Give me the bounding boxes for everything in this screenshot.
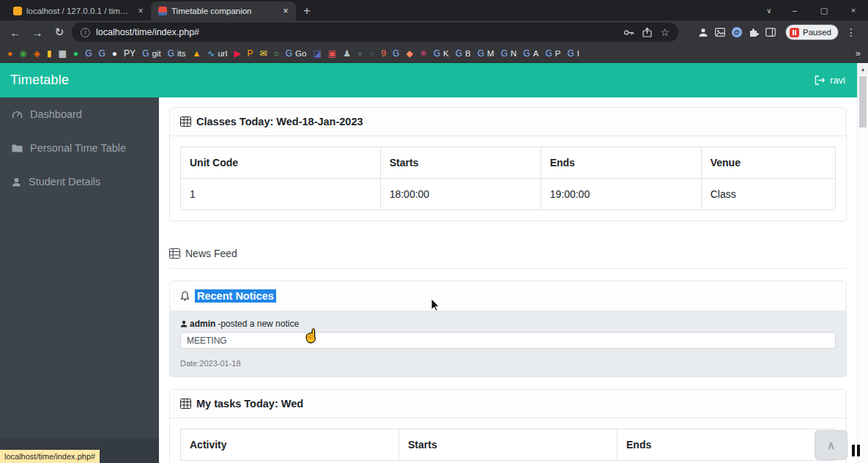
bookmark-item[interactable]: ● [73, 49, 78, 58]
news-feed-label: News Feed [185, 248, 237, 259]
bookmark-star-icon[interactable]: ☆ [660, 27, 669, 37]
bookmark-favicon: G [85, 49, 92, 58]
bookmarks-overflow-icon[interactable]: » [851, 48, 861, 59]
bookmark-favicon: G [523, 49, 530, 58]
news-feed-icon [169, 248, 180, 259]
bookmark-item[interactable]: 9 [381, 49, 386, 58]
bookmark-item[interactable]: ● [357, 49, 363, 58]
logout-link[interactable]: ravi [815, 75, 845, 86]
window-controls: ∨ – ▢ × [758, 0, 868, 21]
minimize-button[interactable]: – [780, 0, 809, 21]
site-info-icon[interactable]: i [81, 28, 90, 37]
app-brand[interactable]: Timetable [10, 73, 69, 88]
sidebar-item-personal-time-table[interactable]: Personal Time Table [0, 131, 159, 165]
bookmark-item[interactable]: ▶ [234, 49, 240, 58]
bookmark-item[interactable]: ● [112, 49, 117, 58]
tasks-card-header: My tasks Today: Wed [170, 390, 846, 418]
classes-today-card: Classes Today: Wed-18-Jan-2023 Unit Code… [169, 107, 847, 221]
maximize-button[interactable]: ▢ [809, 0, 839, 21]
page-scrollbar[interactable]: ▴ [857, 63, 868, 463]
profile-extension-icon[interactable] [698, 27, 708, 37]
bookmark-item[interactable]: G [393, 49, 399, 58]
bookmark-item[interactable]: G [99, 49, 105, 58]
key-icon[interactable] [623, 28, 634, 37]
scrollbar-up-arrow-icon[interactable]: ▴ [858, 63, 868, 75]
classes-card-header: Classes Today: Wed-18-Jan-2023 [170, 108, 846, 136]
bookmark-item[interactable]: ▦ [59, 49, 67, 58]
bookmark-item[interactable]: ● [7, 49, 12, 58]
column-header-activity: Activity [181, 429, 399, 461]
bookmark-item[interactable]: GB [456, 49, 471, 58]
close-button[interactable]: × [839, 0, 868, 21]
column-header-venue: Venue [701, 147, 835, 179]
back-icon[interactable]: ← [6, 23, 25, 42]
bookmark-item[interactable]: Ggit [142, 49, 161, 58]
bookmark-item[interactable]: G [85, 49, 92, 58]
forward-icon[interactable]: → [28, 23, 47, 42]
at-extension-icon[interactable]: @ [732, 27, 742, 37]
bookmark-item[interactable]: ◪ [313, 49, 321, 58]
notice-text-input[interactable] [180, 332, 836, 349]
new-tab-button[interactable]: + [296, 1, 318, 21]
bookmark-item[interactable]: ● [369, 49, 374, 58]
my-tasks-card: My tasks Today: Wed Activity Starts Ends [169, 389, 847, 463]
cell-venue: Class [701, 179, 835, 210]
bookmark-item[interactable]: GGo [286, 49, 307, 58]
bookmark-item[interactable]: ✉ [259, 49, 267, 58]
extension-icons: @ [698, 27, 776, 37]
tab-timetable-companion[interactable]: Timetable companion × [151, 1, 296, 21]
user-icon [12, 177, 21, 187]
main-content: Classes Today: Wed-18-Jan-2023 Unit Code… [159, 97, 857, 463]
tab-title: localhost / 127.0.0.1 / time / clas [26, 7, 130, 15]
bookmark-item[interactable]: ○ [274, 49, 279, 58]
tab-search-icon[interactable]: ∨ [758, 0, 780, 21]
bookmark-item[interactable]: ◆ [406, 49, 412, 58]
back-to-top-button[interactable]: ∧ [815, 430, 847, 460]
bookmark-label: K [443, 49, 449, 58]
sidebar-item-dashboard[interactable]: Dashboard [0, 97, 159, 131]
bookmark-item[interactable]: Gits [168, 49, 186, 58]
bookmark-item[interactable]: ♟ [343, 49, 351, 58]
bookmark-item[interactable]: PY [124, 49, 136, 58]
notices-card-header: Recent Notices [170, 281, 846, 311]
tab-phpmyadmin[interactable]: localhost / 127.0.0.1 / time / clas × [6, 1, 151, 21]
tab-close-icon[interactable]: × [135, 5, 146, 17]
bookmark-item[interactable]: GI [567, 49, 579, 58]
bookmark-label: N [511, 49, 516, 58]
bookmark-item[interactable]: GA [523, 49, 538, 58]
bookmark-favicon: G [567, 49, 574, 58]
side-panel-icon[interactable] [765, 28, 776, 37]
bookmark-item[interactable]: ▮ [47, 49, 52, 58]
paused-recorder-icon [790, 28, 799, 37]
image-extension-icon[interactable] [715, 28, 725, 37]
bookmark-item[interactable]: GP [545, 49, 560, 58]
bookmark-favicon: ● [73, 49, 78, 58]
bookmark-item[interactable]: ▲ [192, 49, 201, 58]
bookmark-item[interactable]: ▣ [328, 49, 336, 58]
extensions-puzzle-icon[interactable] [749, 27, 759, 37]
sidebar-item-student-details[interactable]: Student Details [0, 165, 159, 199]
bookmark-item[interactable]: ◈ [34, 49, 40, 58]
bookmark-item[interactable]: GM [478, 49, 494, 58]
browser-window: localhost / 127.0.0.1 / time / clas × Ti… [0, 0, 868, 463]
address-bar[interactable]: i localhost/time/index.php# ☆ [72, 23, 678, 42]
scrollbar-thumb[interactable] [859, 76, 867, 127]
bookmark-item[interactable]: GN [501, 49, 517, 58]
tab-close-icon[interactable]: × [280, 5, 292, 17]
bookmark-item[interactable]: ∿url [207, 49, 227, 58]
app-navbar: Timetable ravi [0, 63, 857, 97]
reload-icon[interactable]: ↻ [50, 23, 69, 42]
share-icon[interactable] [642, 27, 652, 37]
notice-date: Date:2023-01-18 [180, 359, 836, 368]
browser-menu-icon[interactable]: ⋮ [842, 26, 862, 38]
table-header-row: Activity Starts Ends [181, 429, 836, 461]
paused-badge[interactable]: Paused [785, 24, 839, 40]
bookmark-item[interactable]: P [247, 49, 253, 58]
recorder-pause-icon[interactable] [852, 445, 860, 456]
bookmark-label: its [177, 49, 186, 58]
bookmark-item[interactable]: ◉ [19, 49, 26, 58]
sidebar-item-label: Student Details [29, 176, 100, 188]
bookmark-item[interactable]: ✳ [420, 49, 427, 58]
bookmark-favicon: ◈ [34, 49, 40, 58]
bookmark-item[interactable]: GK [434, 49, 449, 58]
